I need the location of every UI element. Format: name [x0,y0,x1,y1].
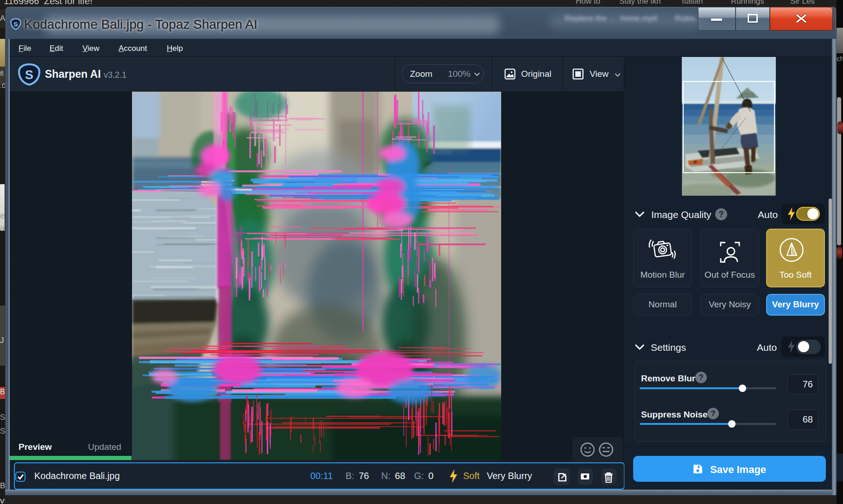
svg-text:S: S [25,68,33,82]
svg-text:S: S [13,21,18,28]
